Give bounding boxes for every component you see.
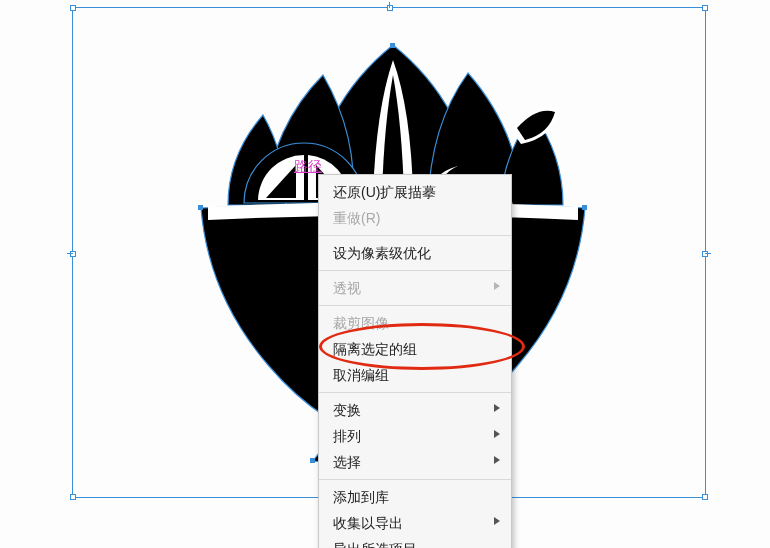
menu-collect-for-export[interactable]: 收集以导出	[319, 510, 511, 536]
resize-handle-top-left[interactable]	[70, 5, 76, 11]
menu-separator	[319, 305, 511, 306]
menu-separator	[319, 270, 511, 271]
menu-export-selection[interactable]: 导出所选项目...	[319, 536, 511, 548]
midpoint-tick-left	[67, 253, 73, 254]
menu-isolate-group[interactable]: 隔离选定的组	[319, 336, 511, 362]
menu-label: 收集以导出	[333, 515, 403, 531]
midpoint-tick-right	[705, 253, 711, 254]
menu-arrange[interactable]: 排列	[319, 423, 511, 449]
resize-handle-top-right[interactable]	[702, 5, 708, 11]
menu-label: 变换	[333, 402, 361, 418]
menu-separator	[319, 392, 511, 393]
resize-handle-bottom-left[interactable]	[70, 494, 76, 500]
menu-label: 选择	[333, 454, 361, 470]
resize-handle-top[interactable]	[387, 5, 393, 11]
svg-rect-2	[582, 205, 587, 210]
svg-rect-1	[198, 205, 203, 210]
submenu-arrow-icon	[493, 429, 501, 439]
menu-crop-image: 裁剪图像	[319, 310, 511, 336]
menu-label: 排列	[333, 428, 361, 444]
submenu-arrow-icon	[493, 516, 501, 526]
resize-handle-left[interactable]	[70, 251, 76, 257]
menu-label: 透视	[333, 280, 361, 296]
menu-undo[interactable]: 还原(U)扩展描摹	[319, 179, 511, 205]
submenu-arrow-icon	[493, 281, 501, 291]
submenu-arrow-icon	[493, 455, 501, 465]
menu-separator	[319, 479, 511, 480]
resize-handle-right[interactable]	[702, 251, 708, 257]
menu-perspective: 透视	[319, 275, 511, 301]
menu-ungroup[interactable]: 取消编组	[319, 362, 511, 388]
svg-rect-4	[310, 458, 315, 463]
midpoint-tick-top	[389, 2, 390, 8]
menu-separator	[319, 235, 511, 236]
menu-transform[interactable]: 变换	[319, 397, 511, 423]
resize-handle-bottom-right[interactable]	[702, 494, 708, 500]
menu-add-to-library[interactable]: 添加到库	[319, 484, 511, 510]
menu-select[interactable]: 选择	[319, 449, 511, 475]
svg-rect-0	[390, 43, 395, 48]
canvas-area[interactable]: 路径 还原(U)扩展描摹 重做(R) 设为像素级优化 透视 裁剪图像 隔离选定的…	[0, 0, 770, 548]
context-menu: 还原(U)扩展描摹 重做(R) 设为像素级优化 透视 裁剪图像 隔离选定的组 取…	[318, 174, 512, 548]
submenu-arrow-icon	[493, 403, 501, 413]
menu-pixel-perfect[interactable]: 设为像素级优化	[319, 240, 511, 266]
menu-redo: 重做(R)	[319, 205, 511, 231]
